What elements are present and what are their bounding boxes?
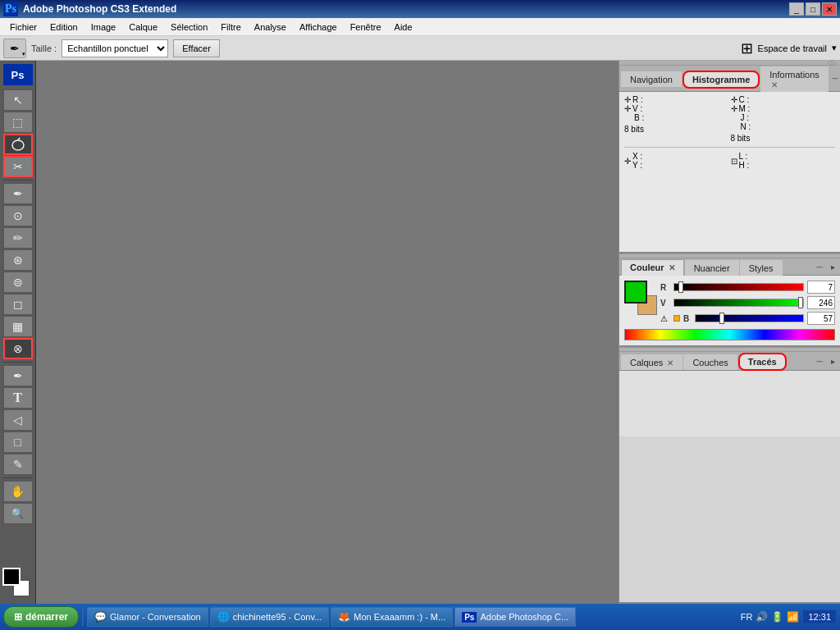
toolbox-separator-2 [3,362,33,363]
taskbar-sep-1 [82,608,84,626]
gradient-btn[interactable]: ▦ [3,316,33,337]
close-button[interactable]: ✕ [822,2,837,16]
lasso-tool-btn[interactable] [3,134,33,155]
calques-tab-close[interactable]: ✕ [667,358,673,368]
v-value-input[interactable] [807,296,835,309]
foreground-color[interactable] [2,568,21,586]
firefox-icon: 🦊 [338,611,350,623]
glamor-label: Glamor - Conversation [110,612,201,622]
move-tool-btn[interactable]: ↖ [3,89,33,111]
layers-panel-minimize-btn[interactable]: ─ [814,355,825,367]
clear-button[interactable]: Effacer [173,39,220,57]
menu-affichage[interactable]: Affichage [293,21,344,34]
crop-tool-btn[interactable]: ✂ [3,156,33,177]
layers-panel-options-btn[interactable]: ▸ [827,355,838,367]
b-slider-thumb[interactable] [719,313,724,324]
menu-selection[interactable]: Sélection [164,21,214,34]
tab-navigation[interactable]: Navigation [621,71,682,87]
path-btn[interactable]: ◁ [3,409,33,431]
color-panel-content: R V [619,276,840,345]
title-text: Adobe Photoshop CS3 Extended [23,3,176,15]
menu-image[interactable]: Image [84,21,123,34]
taskbar: ⊞ démarrer 💬 Glamor - Conversation 🌐 chi… [0,604,840,630]
lh-icon: ⊡ [731,157,737,166]
info-panel-content: ✛ R : ✛ V : B : 8 bits [619,92,840,252]
text-btn[interactable]: T [3,387,33,409]
start-button[interactable]: ⊞ démarrer [3,606,79,628]
workspace-icon[interactable]: ⊞ [741,39,753,57]
taskbar-item-glamor[interactable]: 💬 Glamor - Conversation [87,607,208,627]
tab-nuancier[interactable]: Nuancier [685,260,739,276]
m-icon: ✛ [731,104,737,113]
info-divider [624,147,835,148]
menu-analyse[interactable]: Analyse [248,21,293,34]
warning-swatch [673,315,680,322]
workspace-arrow[interactable]: ▾ [832,43,837,53]
title-bar: Ps Adobe Photoshop CS3 Extended _ □ ✕ [0,0,840,18]
minimize-button[interactable]: _ [789,2,804,16]
r-slider-thumb[interactable] [678,281,683,293]
menu-fichier[interactable]: Fichier [3,21,43,34]
healing-btn[interactable]: ⊙ [3,205,33,226]
taskbar-item-firefox[interactable]: 🦊 Mon Exaaamm :) - M... [331,607,453,627]
tab-couches[interactable]: Couches [683,354,737,370]
r-crosshair-icon: ✛ [624,95,631,104]
window-title: Ps Adobe Photoshop CS3 Extended [3,2,176,16]
layers-panel: Calques ✕ Couches Tracés ─ ▸ [619,352,840,604]
info-tab-close[interactable]: ✕ [771,80,778,89]
brush-btn[interactable]: ✏ [3,227,33,249]
canvas-area[interactable] [36,61,619,604]
menu-aide[interactable]: Aide [388,21,419,34]
color-spectrum[interactable] [624,329,835,340]
menubar: Fichier Edition Image Calque Sélection F… [0,18,840,36]
color-panel-tabs: Couleur ✕ Nuancier Styles ─ ▸ [619,258,840,276]
workspace-label[interactable]: Espace de travail [758,43,827,53]
menu-calque[interactable]: Calque [122,21,164,34]
v-slider-track[interactable] [673,299,804,307]
shape-btn[interactable]: □ [3,431,33,453]
notes-btn[interactable]: ✎ [3,454,33,475]
fg-color-swatch[interactable] [624,281,647,304]
tray-icon-1: 🔊 [756,611,768,623]
start-label: démarrer [25,611,68,623]
marquee-tool-btn[interactable]: ⬚ [3,112,33,133]
r-slider-row: R [660,281,835,294]
tab-informations[interactable]: Informations ✕ [760,66,829,92]
tab-styles[interactable]: Styles [740,260,783,276]
r-slider-track[interactable] [673,283,804,291]
tab-calques[interactable]: Calques ✕ [621,354,682,370]
b-label: B : [634,113,644,122]
menu-fenetre[interactable]: Fenêtre [344,21,388,34]
eraser-btn[interactable]: ◻ [3,294,33,315]
panel-minimize-btn[interactable]: ─ [829,73,840,84]
clone-btn[interactable]: ⊛ [3,249,33,271]
b-slider-track[interactable] [695,314,804,322]
menu-filtre[interactable]: Filtre [214,21,247,34]
glamor-icon: 💬 [94,611,107,623]
v-slider-thumb[interactable] [798,297,803,308]
pen-btn[interactable]: ✒ [3,365,33,386]
sample-size-select[interactable]: Echantillon ponctuel 3x3 pixels 5x5 pixe… [62,39,168,57]
burn-btn[interactable]: ⊗ [3,338,33,359]
color-panel-minimize-btn[interactable]: ─ [814,261,825,272]
tab-couleur[interactable]: Couleur ✕ [621,259,684,276]
history-btn[interactable]: ⊜ [3,272,33,293]
app-icon: Ps [3,2,18,16]
taskbar-item-chichinette[interactable]: 🌐 chichinette95 - Conv... [210,607,330,627]
zoom-btn[interactable]: 🔍 [3,503,33,524]
layers-panel-tabs: Calques ✕ Couches Tracés ─ ▸ [619,352,840,371]
couleur-tab-close[interactable]: ✕ [669,263,675,272]
eyedropper-tool-icon[interactable]: ✒ ▾ [3,39,26,58]
tab-traces[interactable]: Tracés [738,353,787,371]
n-label: N : [741,122,751,131]
eyedropper-btn[interactable]: ✒ [3,183,33,204]
menu-edition[interactable]: Edition [43,21,84,34]
taskbar-item-photoshop[interactable]: Ps Adobe Photoshop C... [454,607,576,627]
color-panel-options-btn[interactable]: ▸ [827,261,838,272]
taskbar-right: FR 🔊 🔋 📶 12:31 [741,609,837,624]
tab-histogramme[interactable]: Histogramme [682,71,760,89]
hand-btn[interactable]: ✋ [3,481,33,502]
b-value-input[interactable] [807,312,835,325]
r-value-input[interactable] [807,281,835,294]
maximize-button[interactable]: □ [806,2,820,16]
